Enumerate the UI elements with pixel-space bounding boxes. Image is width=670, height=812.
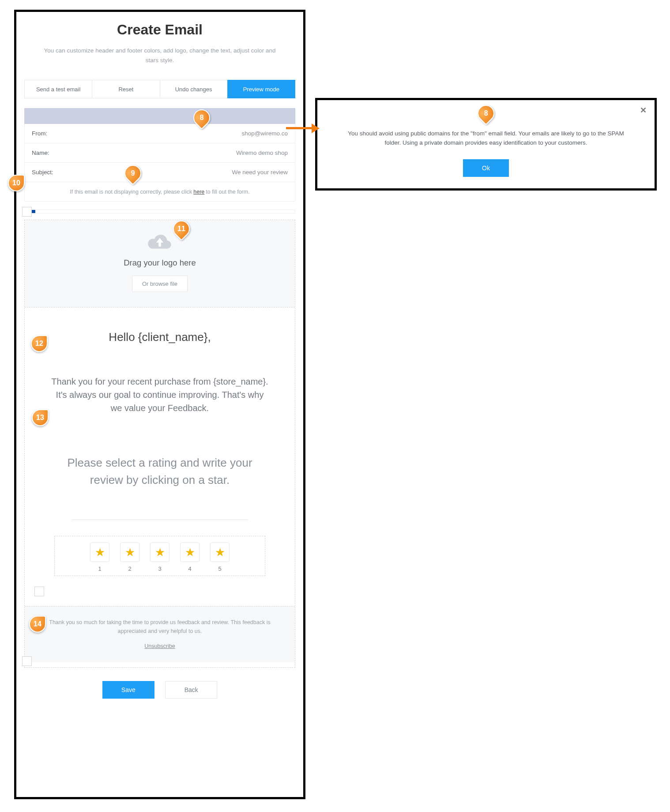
warning-message: You should avoid using public domains fo… — [329, 129, 643, 148]
from-value[interactable]: shop@wiremo.co — [242, 130, 288, 137]
star-rating-box: ★ 1 ★ 2 ★ 3 ★ 4 ★ 5 — [54, 536, 265, 576]
email-footer[interactable]: Thank you so much for taking the time to… — [25, 606, 295, 662]
thankyou-text[interactable]: Thank you for your recent purchase from … — [37, 375, 282, 415]
email-canvas: Drag your logo here Or browse file Hello… — [24, 220, 295, 668]
star-5[interactable]: ★ — [210, 543, 230, 562]
star-5-label: 5 — [210, 565, 230, 572]
name-row[interactable]: Name: Wiremo demo shop — [24, 143, 295, 163]
close-icon[interactable]: ✕ — [640, 105, 647, 115]
upload-cloud-icon — [147, 232, 173, 252]
page-subtitle: You can customize header and footer colo… — [24, 46, 295, 65]
header-color-bar[interactable] — [24, 108, 295, 124]
form-actions: Save Back — [24, 681, 295, 699]
subject-row[interactable]: Subject: We need your review — [24, 163, 295, 182]
star-3-label: 3 — [150, 565, 169, 572]
greeting-text[interactable]: Hello {client_name}, — [37, 330, 282, 344]
name-value[interactable]: Wiremo demo shop — [236, 150, 288, 156]
from-row[interactable]: From: shop@wiremo.co — [24, 124, 295, 143]
header-color-slider[interactable] — [24, 210, 295, 213]
star-3[interactable]: ★ — [150, 543, 169, 562]
display-hint: If this email is not displaying correctl… — [24, 182, 295, 202]
footer-color-slider[interactable] — [25, 665, 295, 667]
star-2[interactable]: ★ — [120, 543, 139, 562]
header-color-handle[interactable] — [22, 207, 32, 217]
star-1-label: 1 — [90, 565, 109, 572]
ok-button[interactable]: Ok — [463, 159, 509, 177]
undo-changes-button[interactable]: Undo changes — [160, 80, 228, 98]
star-4-label: 4 — [180, 565, 199, 572]
star-1[interactable]: ★ — [90, 543, 109, 562]
page-title: Create Email — [24, 22, 295, 38]
create-email-panel: Create Email You can customize header an… — [14, 10, 305, 799]
star-4[interactable]: ★ — [180, 543, 199, 562]
connector-arrow-icon — [286, 125, 321, 131]
subject-label: Subject: — [32, 169, 53, 176]
name-label: Name: — [32, 150, 49, 156]
toolbar: Send a test email Reset Undo changes Pre… — [24, 80, 295, 98]
back-button[interactable]: Back — [165, 681, 217, 699]
from-label: From: — [32, 130, 47, 137]
reset-button[interactable]: Reset — [92, 80, 160, 98]
subject-value[interactable]: We need your review — [232, 169, 288, 176]
display-hint-pre: If this email is not displaying correctl… — [70, 189, 192, 195]
body-color-handle[interactable] — [34, 587, 44, 596]
logo-drop-label: Drag your logo here — [29, 258, 290, 268]
display-hint-post: to fill out the form. — [206, 189, 249, 195]
browse-file-button[interactable]: Or browse file — [132, 276, 188, 292]
logo-dropzone[interactable]: Drag your logo here Or browse file — [25, 220, 295, 307]
save-button[interactable]: Save — [102, 681, 154, 699]
warning-dialog: ✕ You should avoid using public domains … — [315, 98, 657, 191]
rating-prompt-text[interactable]: Please select a rating and write your re… — [37, 454, 282, 489]
preview-mode-button[interactable]: Preview mode — [227, 80, 295, 98]
star-2-label: 2 — [120, 565, 139, 572]
email-body[interactable]: Hello {client_name}, Thank you for your … — [25, 307, 295, 606]
body-color-slider[interactable] — [37, 590, 282, 593]
send-test-email-button[interactable]: Send a test email — [24, 80, 92, 98]
footer-color-handle[interactable] — [22, 656, 32, 666]
display-hint-link[interactable]: here — [193, 189, 204, 195]
unsubscribe-link[interactable]: Unsubscribe — [37, 642, 282, 651]
footer-text[interactable]: Thank you so much for taking the time to… — [37, 618, 282, 636]
body-divider — [72, 520, 248, 520]
